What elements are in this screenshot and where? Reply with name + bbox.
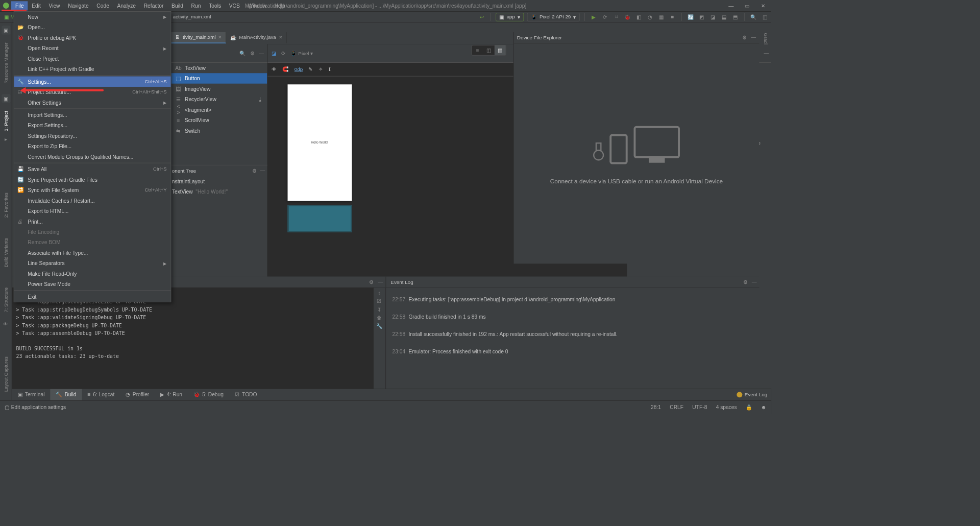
menu-refactor[interactable]: Refactor — [140, 1, 167, 10]
maximize-button[interactable]: ▭ — [739, 0, 755, 11]
search-everywhere-icon[interactable]: 🔍 — [750, 13, 758, 21]
file-menu-item[interactable]: Close Project — [14, 54, 171, 64]
tab-debug[interactable]: 🐞 5: Debug — [188, 389, 229, 400]
lock-icon[interactable]: 🔒 — [746, 404, 752, 411]
canvas-magnet-icon[interactable]: 🧲 — [282, 66, 289, 73]
menu-vcs[interactable]: VCS — [225, 1, 244, 10]
indent-setting[interactable]: 4 spaces — [716, 404, 737, 411]
generic-icon-1[interactable]: ◩ — [698, 13, 706, 21]
status-box-icon[interactable]: ▢ — [5, 404, 9, 411]
tab-event-log[interactable]: Event Log — [737, 392, 771, 397]
tree-settings-icon[interactable]: ⚙ — [252, 168, 257, 174]
event-log-hide-icon[interactable]: — — [752, 279, 757, 285]
build-side-icon-3[interactable]: ↧ — [377, 306, 382, 313]
canvas-eye-icon[interactable]: 👁 — [272, 66, 277, 72]
tree-hide-icon[interactable]: — — [260, 168, 265, 174]
palette-item[interactable]: ☰RecyclerView⭳ — [171, 94, 267, 104]
close-icon[interactable]: ✕ — [218, 35, 222, 40]
build-settings-icon[interactable]: ⚙ — [369, 279, 374, 285]
file-menu-item[interactable]: 🔄Sync Project with Gradle Files — [14, 175, 171, 185]
palette-item[interactable]: ⇆Switch — [171, 126, 267, 136]
file-menu-item[interactable]: 💾Save AllCtrl+S — [14, 164, 171, 174]
menu-code[interactable]: Code — [93, 1, 113, 10]
palette-item[interactable]: ⬚Button — [171, 73, 267, 83]
file-menu-item[interactable]: 🖨Print... — [14, 216, 171, 226]
tab-terminal[interactable]: ▣ Terminal — [12, 389, 51, 400]
file-menu-item[interactable]: Open Recent▶ — [14, 43, 171, 53]
file-menu-item[interactable]: Link C++ Project with Gradle — [14, 64, 171, 74]
tab-build[interactable]: 🔨 Build — [50, 389, 82, 400]
palette-hide-icon[interactable]: — — [259, 51, 264, 56]
file-menu-item[interactable]: Line Separators▶ — [14, 258, 171, 268]
profiler-icon[interactable]: ◔ — [646, 13, 654, 21]
default-margin-link[interactable]: 0dp — [295, 66, 303, 72]
back-nav-icon[interactable]: ↩ — [478, 13, 486, 21]
tab-run[interactable]: ▶ 4: Run — [155, 389, 188, 400]
file-menu-item[interactable]: Associate with File Type... — [14, 248, 171, 258]
run-config-selector[interactable]: ▣ app ▾ — [496, 13, 524, 21]
rail-structure[interactable]: 7: Structure — [3, 288, 9, 313]
device-preview[interactable]: Hello World! — [287, 84, 352, 201]
tab-todo[interactable]: ☑ TODO — [229, 389, 263, 400]
view-split-icon[interactable]: ◫ — [483, 45, 495, 55]
file-menu-item[interactable]: Invalidate Caches / Restart... — [14, 195, 171, 205]
device-dropdown[interactable]: 📱 Pixel ▾ — [290, 50, 313, 56]
tree-row-constraintlayout[interactable]: nstraintLayout — [171, 177, 205, 184]
status-face-icon[interactable]: ☻ — [761, 404, 767, 411]
build-side-icon-5[interactable]: 🔧 — [376, 323, 383, 329]
rail-favorites[interactable]: 2: Favorites — [3, 193, 9, 218]
file-menu-item[interactable]: Convert Module Groups to Qualified Names… — [14, 152, 171, 162]
menu-tools[interactable]: Tools — [205, 1, 225, 10]
tree-row-textview[interactable]: TextView "Hello World!" — [171, 187, 228, 195]
menu-navigate[interactable]: Navigate — [64, 1, 92, 10]
canvas-palette-icon[interactable]: ◪ — [272, 50, 276, 56]
avd-icon[interactable]: ▦ — [657, 13, 666, 21]
attributes-hide-icon[interactable]: — — [764, 50, 769, 56]
canvas-tool3-icon[interactable]: 𝐈 — [329, 66, 331, 73]
device-selector[interactable]: 📱 Pixel 2 API 29 ▾ — [527, 13, 580, 21]
palette-settings-icon[interactable]: ⚙ — [250, 50, 255, 56]
view-design-icon[interactable]: ▧ — [495, 45, 506, 55]
build-side-icon-1[interactable]: ↕ — [378, 290, 380, 296]
file-menu-item[interactable]: 📂Open... — [14, 22, 171, 32]
blueprint-preview[interactable] — [287, 205, 352, 232]
sync-icon[interactable]: 🔄 — [687, 13, 695, 21]
palette-item[interactable]: < ><fragment> — [171, 105, 267, 115]
run-button[interactable]: ▶ — [590, 13, 598, 21]
build-side-icon-2[interactable]: ☑ — [377, 298, 381, 304]
file-encoding[interactable]: UTF-8 — [692, 404, 707, 411]
event-log-body[interactable]: 22:57Executing tasks: [:app:assembleDebu… — [386, 288, 760, 389]
tab-activity-main-xml[interactable]: 🗎 tivity_main.xml ✕ — [171, 32, 226, 43]
rail-collapse-icon[interactable]: ▸ — [2, 135, 10, 144]
build-output[interactable]: :app:mergeDebugJniLibFolders UP-TO-DATE … — [12, 288, 374, 389]
file-menu-item[interactable]: Export to Zip File... — [14, 141, 171, 151]
generic-icon-2[interactable]: ◪ — [709, 13, 717, 21]
breadcrumb-file[interactable]: 🗎 activity_main.xml — [166, 14, 211, 20]
tab-profiler[interactable]: ◔ Profiler — [120, 389, 155, 400]
file-menu-item[interactable]: 🗂Project Structure...Ctrl+Alt+Shift+S — [14, 87, 171, 97]
caret-position[interactable]: 28:1 — [651, 404, 661, 411]
tab-main-activity-java[interactable]: ☕ MainActivity.java ✕ — [226, 32, 286, 43]
dfe-settings-icon[interactable]: ⚙ — [742, 35, 747, 41]
sdk-manager-icon[interactable]: ⬓ — [720, 13, 728, 21]
rail-build-variants[interactable]: Build Variants — [3, 238, 9, 268]
rail-layout-captures[interactable]: Layout Captures — [3, 356, 9, 392]
file-menu-item[interactable]: 🔧Settings...Ctrl+Alt+S — [14, 77, 171, 87]
close-button[interactable]: ✕ — [755, 0, 771, 11]
dfe-hide-icon[interactable]: — — [751, 35, 756, 41]
rail-project-icon[interactable]: ▣ — [2, 94, 10, 103]
rail-resource-manager-icon[interactable]: ▣ — [2, 26, 10, 34]
line-ending[interactable]: CRLF — [670, 404, 683, 411]
file-menu-item[interactable]: Exit — [14, 292, 171, 302]
tab-logcat[interactable]: ≡ 6: Logcat — [82, 389, 120, 400]
menu-analyze[interactable]: Analyze — [113, 1, 140, 10]
build-side-icon-4[interactable]: 🗑 — [377, 315, 382, 321]
file-menu-item[interactable]: Settings Repository... — [14, 131, 171, 141]
file-menu-item[interactable]: 🐞Profile or debug APK — [14, 33, 171, 43]
menu-edit[interactable]: Edit — [28, 1, 44, 10]
coverage-icon[interactable]: ◧ — [634, 13, 643, 21]
attach-debugger-icon[interactable]: ⌗ — [612, 13, 620, 21]
settings-quick-icon[interactable]: ◫ — [761, 13, 769, 21]
view-code-icon[interactable]: ≡ — [472, 45, 483, 55]
palette-search-icon[interactable]: 🔍 — [239, 50, 246, 56]
